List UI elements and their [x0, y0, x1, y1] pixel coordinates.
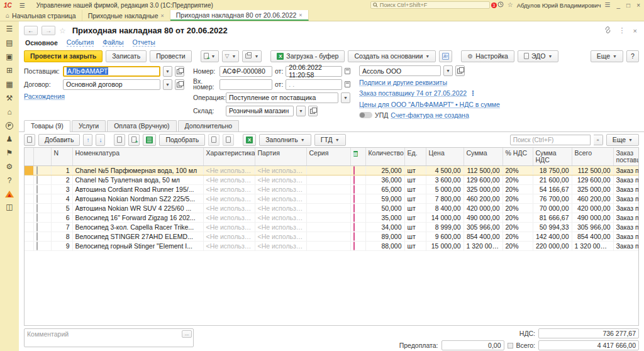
warehouse-open-icon[interactable] — [308, 106, 318, 116]
tools-icon[interactable]: ⚒ — [6, 94, 13, 103]
table-row[interactable]: 4Автошина Nokian Nordman SZ2 225/5...<Не… — [25, 194, 639, 204]
table-cell[interactable]: <Не используется> — [255, 176, 306, 185]
table-more-button[interactable]: Еще▼ — [606, 134, 639, 146]
table-cell[interactable]: 20% — [502, 223, 533, 232]
navlink-events[interactable]: События — [67, 38, 94, 47]
table-row[interactable]: 9Велосипед горный Stinger "Element I...<… — [25, 242, 639, 251]
table-cell[interactable]: 6 — [51, 213, 72, 223]
col-series[interactable]: Серия — [306, 148, 350, 166]
table-cell[interactable]: <Не используется> — [255, 242, 306, 251]
table-cell[interactable]: шт — [404, 176, 426, 185]
table-cell[interactable]: Заказ поставщику 74 ... — [613, 194, 639, 204]
recalc-price-button[interactable] — [128, 134, 140, 146]
minimize-button[interactable]: _ — [617, 2, 621, 9]
operation-field[interactable]: Поступление от поставщика — [226, 92, 338, 103]
table-cell[interactable]: <Не используется> — [203, 223, 255, 232]
table-cell[interactable] — [25, 185, 33, 194]
nomenclature-list-button[interactable] — [143, 134, 156, 146]
navlink-reports[interactable]: Отчеты — [133, 38, 155, 47]
table-cell[interactable] — [306, 194, 350, 204]
table-cell[interactable]: 9 — [51, 242, 72, 251]
table-cell[interactable]: шт — [404, 223, 426, 232]
table-cell[interactable]: 112 500,00 — [464, 166, 502, 176]
comment-expand-button[interactable]: ... — [182, 330, 192, 338]
table-cell[interactable]: Chanel №5 Парфюмерная вода, 100 мл — [72, 166, 203, 176]
table-cell[interactable]: 5 — [51, 204, 72, 213]
table-cell[interactable]: <Не используется> — [255, 232, 306, 242]
settings-icon[interactable]: ⚙ — [6, 163, 13, 171]
col-vat-pct[interactable]: % НДС — [502, 148, 533, 166]
calendar-icon[interactable] — [345, 68, 350, 74]
tab-home[interactable]: ⌂ Начальная страница — [0, 10, 82, 21]
copy-rows-button[interactable] — [208, 134, 219, 146]
col-sum[interactable]: Сумма — [464, 148, 502, 166]
pink-item-icon[interactable] — [350, 213, 365, 223]
table-cell[interactable]: 20% — [502, 232, 533, 242]
table-cell[interactable]: Заказ поставщику 74 ... — [613, 204, 639, 213]
supplier-dropdown-icon[interactable]: ▼ — [163, 66, 172, 77]
table-cell[interactable]: шт — [404, 204, 426, 213]
in-number-field[interactable] — [219, 79, 272, 90]
briefcase-icon[interactable]: ▣ — [6, 53, 13, 61]
side-panel-icon[interactable]: ◫ — [6, 203, 13, 211]
table-cell[interactable]: Chanel №5 Туалетная вода, 50 мл — [72, 176, 203, 185]
back-button[interactable]: ← — [24, 26, 38, 35]
close-tab-icon[interactable]: × — [161, 13, 164, 19]
table-cell[interactable]: 35,000 — [365, 213, 404, 223]
table-cell[interactable]: 4 — [51, 194, 72, 204]
table-cell[interactable] — [306, 242, 350, 251]
table-cell[interactable]: 89,000 — [365, 232, 404, 242]
checkbox-header[interactable] — [33, 148, 51, 166]
table-cell[interactable]: 305 966,00 — [572, 223, 613, 232]
prepayment-pick-icon[interactable] — [508, 343, 513, 348]
tab-incoming-invoice-80[interactable]: Приходная накладная 80 от 20.06.2022 × — [170, 10, 309, 21]
table-cell[interactable] — [25, 213, 33, 223]
col-nomenclature[interactable]: Номенклатура — [72, 148, 203, 166]
col-vat-sum[interactable]: Сумма НДС — [533, 148, 572, 166]
table-cell[interactable]: 36,000 — [365, 176, 404, 185]
table-cell[interactable]: шт — [404, 166, 426, 176]
navlink-main[interactable]: Основное — [25, 39, 58, 47]
forward-button[interactable]: → — [42, 26, 55, 35]
table-cell[interactable]: Велосипед STINGER 27AHD ELEMD... — [72, 232, 203, 242]
comment-field[interactable]: Комментарий ... — [24, 328, 194, 347]
main-menu-icon[interactable]: ☰ — [16, 0, 29, 10]
signatures-link[interactable]: Подписи и другие реквизиты — [359, 79, 447, 86]
pink-item-icon[interactable] — [350, 242, 365, 251]
table-cell[interactable]: Автошина Nokian WR SUV 4 225/60 ... — [72, 204, 203, 213]
table-cell[interactable] — [25, 223, 33, 232]
table-cell[interactable]: 65,000 — [365, 185, 404, 194]
table-cell[interactable]: Велосипед 3-кол. Capella Racer Trike... — [72, 223, 203, 232]
favorites-icon[interactable]: ☆ — [508, 2, 513, 8]
table-cell[interactable] — [25, 204, 33, 213]
post-and-close-button[interactable]: Провести и закрыть — [24, 50, 103, 62]
table-cell[interactable]: <Не используется> — [203, 185, 255, 194]
table-cell[interactable]: 1 320 000,00 — [572, 242, 613, 251]
contract-dropdown-icon[interactable]: ▼ — [163, 79, 172, 90]
warehouse-field[interactable]: Розничный магазин — [226, 106, 294, 116]
table-cell[interactable]: 54 166,67 — [533, 185, 572, 194]
table-cell[interactable]: Заказ поставщику 74 ... — [613, 185, 639, 194]
table-cell[interactable]: 20% — [502, 204, 533, 213]
table-cell[interactable]: 325 000,00 — [464, 185, 502, 194]
table-cell[interactable]: 8 — [51, 232, 72, 242]
tab-services[interactable]: Услуги — [72, 120, 106, 131]
navlink-files[interactable]: Файлы — [103, 38, 123, 47]
table-cell[interactable] — [25, 176, 33, 185]
table-cell[interactable]: 854 400,00 — [464, 232, 502, 242]
table-cell[interactable]: 50,000 — [365, 204, 404, 213]
user-name[interactable]: Абдулов Юрий Владимирович — [517, 2, 601, 9]
upd-toggle[interactable] — [359, 112, 372, 118]
table-cell[interactable]: 9 600,00 — [426, 232, 464, 242]
table-cell[interactable]: 460 200,00 — [464, 194, 502, 204]
pink-item-icon[interactable] — [350, 185, 365, 194]
move-down-button[interactable]: ↓ — [96, 134, 105, 146]
add-row-button[interactable]: Добавить — [38, 134, 80, 146]
table-cell[interactable]: шт — [404, 232, 426, 242]
get-link-icon[interactable] — [602, 26, 613, 35]
contract-open-icon[interactable] — [175, 79, 184, 90]
help-button[interactable]: ? — [626, 50, 639, 62]
col-characteristic[interactable]: Характеристика — [203, 148, 255, 166]
table-cell[interactable]: Заказ поставщику 74 ... — [613, 166, 639, 176]
table-cell[interactable]: 50 994,33 — [533, 223, 572, 232]
